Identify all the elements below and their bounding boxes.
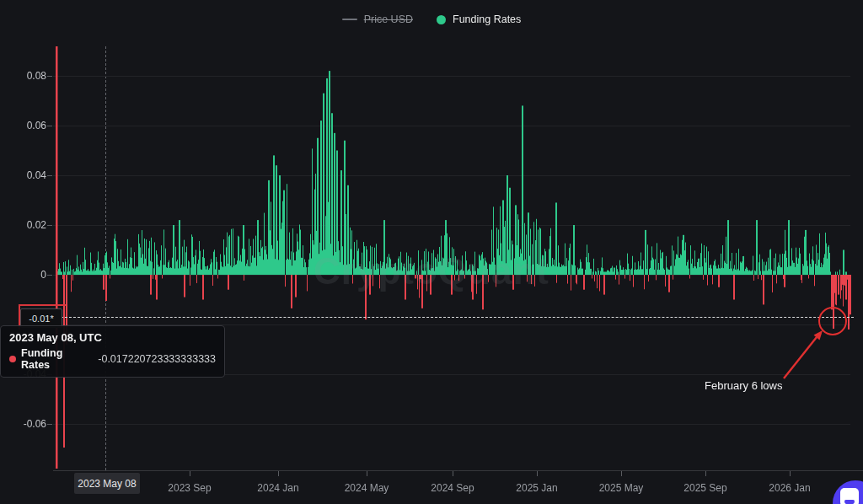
- legend-label-price-usd: Price USD: [364, 13, 413, 25]
- y-axis-tick-label: 0: [0, 269, 46, 281]
- green-dot-icon: [437, 15, 446, 24]
- tooltip-series-name: Funding Rates: [21, 347, 93, 371]
- cryptoquant-watermark: CryptoQuant: [314, 250, 549, 292]
- y-axis-tick-label: 0.06: [0, 120, 46, 131]
- x-axis-tick-label: 2023 Sep: [168, 482, 211, 494]
- x-axis-tick-label: 2026 Jan: [769, 482, 810, 494]
- red-dot-icon: [9, 356, 16, 362]
- legend-item-price-usd[interactable]: Price USD: [342, 13, 413, 25]
- y-axis-tick-label: 0.04: [0, 169, 46, 181]
- x-axis-tick-label: 2025 Jan: [516, 482, 557, 494]
- x-axis-crosshair-label: 2023 May 08: [74, 473, 140, 494]
- x-axis-tick-label: 2024 Jan: [257, 482, 298, 494]
- chart-legend: Price USD Funding Rates: [0, 13, 863, 25]
- y-axis-tick-label: -0.06: [0, 418, 46, 430]
- legend-label-funding-rates: Funding Rates: [453, 13, 521, 25]
- funding-rates-chart-page: Price USD Funding Rates CryptoQuant 0.08…: [0, 0, 863, 504]
- tooltip-date: 2023 May 08, UTC: [9, 331, 216, 344]
- chart-tooltip: 2023 May 08, UTC Funding Rates -0.017220…: [0, 325, 225, 378]
- tooltip-series-value: -0.017220723333333333: [98, 353, 216, 365]
- alert-red-marker-horizontal: [19, 304, 66, 306]
- y-axis-tick-label: 0.02: [0, 219, 46, 231]
- x-axis-tick-label: 2025 Sep: [683, 482, 726, 494]
- x-axis-tick-label: 2024 May: [345, 482, 389, 494]
- legend-item-funding-rates[interactable]: Funding Rates: [437, 13, 521, 25]
- chat-icon: [840, 488, 859, 504]
- x-axis-tick-label: 2025 May: [599, 482, 644, 494]
- horizontal-alert-line[interactable]: [61, 317, 854, 318]
- y-axis-tick-label: 0.08: [0, 70, 46, 82]
- line-series-icon: [342, 19, 357, 20]
- annotation-label: February 6 lows: [705, 379, 782, 392]
- x-axis-tick-label: 2024 Sep: [431, 482, 474, 494]
- tooltip-row: Funding Rates -0.017220723333333333: [9, 347, 216, 371]
